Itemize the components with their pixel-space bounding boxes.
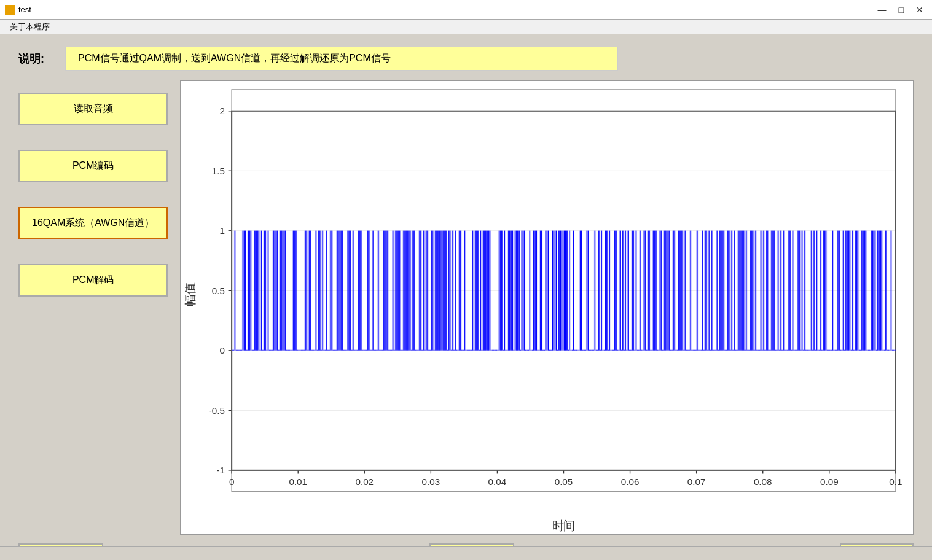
svg-text:0.04: 0.04 xyxy=(488,476,507,487)
svg-text:0.02: 0.02 xyxy=(356,476,374,487)
menu-bar: 关于本程序 xyxy=(0,20,932,34)
svg-text:0: 0 xyxy=(220,345,225,356)
svg-text:1: 1 xyxy=(220,225,225,236)
pcm-decode-button[interactable]: PCM解码 xyxy=(18,264,168,297)
svg-text:0.03: 0.03 xyxy=(422,476,441,487)
chart-svg: 幅值 时间 2 1.5 1 xyxy=(181,81,913,534)
chart-container: 幅值 时间 2 1.5 1 xyxy=(180,80,914,535)
description-text: PCM信号通过QAM调制，送到AWGN信道，再经过解调还原为PCM信号 xyxy=(65,47,618,71)
menu-about[interactable]: 关于本程序 xyxy=(5,20,55,34)
title-bar: test — □ ✕ xyxy=(0,0,932,20)
left-panel: 读取音频 PCM编码 16QAM系统（AWGN信道） PCM解码 xyxy=(18,80,168,535)
svg-text:时间: 时间 xyxy=(552,519,576,532)
svg-text:0.1: 0.1 xyxy=(890,476,903,487)
window-controls: — □ ✕ xyxy=(874,4,927,16)
window-title: test xyxy=(18,5,31,14)
app-icon xyxy=(5,5,15,15)
svg-text:2: 2 xyxy=(220,106,225,116)
svg-text:-1: -1 xyxy=(217,465,225,475)
status-bar xyxy=(0,546,932,560)
svg-text:0.06: 0.06 xyxy=(621,476,640,487)
pcm-encode-button[interactable]: PCM编码 xyxy=(18,150,168,182)
svg-text:-0.5: -0.5 xyxy=(209,405,225,416)
svg-text:幅值: 幅值 xyxy=(184,283,197,306)
description-row: 说明: PCM信号通过QAM调制，送到AWGN信道，再经过解调还原为PCM信号 xyxy=(18,47,914,71)
title-bar-left: test xyxy=(5,5,31,15)
svg-text:0.5: 0.5 xyxy=(212,286,225,296)
minimize-button[interactable]: — xyxy=(874,4,890,16)
close-button[interactable]: ✕ xyxy=(912,4,927,16)
svg-text:0.01: 0.01 xyxy=(289,476,308,487)
svg-text:1.5: 1.5 xyxy=(212,166,225,176)
svg-text:0.09: 0.09 xyxy=(820,476,839,487)
description-label: 说明: xyxy=(18,52,55,66)
read-audio-button[interactable]: 读取音频 xyxy=(18,93,168,125)
qam-system-button[interactable]: 16QAM系统（AWGN信道） xyxy=(18,207,168,239)
maximize-button[interactable]: □ xyxy=(895,4,907,16)
svg-text:0.08: 0.08 xyxy=(754,476,772,487)
middle-section: 读取音频 PCM编码 16QAM系统（AWGN信道） PCM解码 幅值 时间 xyxy=(18,80,914,535)
svg-text:0: 0 xyxy=(229,476,234,487)
svg-text:0.07: 0.07 xyxy=(687,476,706,487)
main-content: 说明: PCM信号通过QAM调制，送到AWGN信道，再经过解调还原为PCM信号 … xyxy=(0,34,932,560)
svg-text:0.05: 0.05 xyxy=(555,476,573,487)
